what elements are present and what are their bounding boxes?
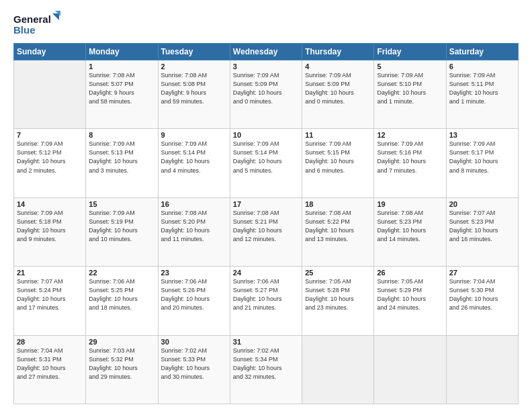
day-info: Sunrise: 7:08 AM Sunset: 5:08 PM Dayligh… — [161, 71, 227, 106]
day-number: 17 — [233, 200, 299, 208]
day-info: Sunrise: 7:05 AM Sunset: 5:28 PM Dayligh… — [305, 277, 371, 312]
header-wednesday: Wednesday — [230, 44, 302, 60]
calendar-cell: 16Sunrise: 7:08 AM Sunset: 5:20 PM Dayli… — [158, 197, 230, 266]
calendar-cell: 14Sunrise: 7:09 AM Sunset: 5:18 PM Dayli… — [14, 197, 86, 266]
calendar-cell: 20Sunrise: 7:07 AM Sunset: 5:23 PM Dayli… — [446, 197, 518, 266]
calendar-cell — [374, 335, 446, 404]
day-number: 10 — [233, 131, 299, 139]
header-saturday: Saturday — [446, 44, 518, 60]
day-number: 28 — [17, 338, 83, 346]
day-number: 5 — [377, 62, 443, 71]
header-tuesday: Tuesday — [158, 44, 230, 60]
calendar-cell — [14, 60, 86, 129]
calendar-cell: 13Sunrise: 7:09 AM Sunset: 5:17 PM Dayli… — [446, 129, 518, 197]
calendar-cell: 23Sunrise: 7:06 AM Sunset: 5:26 PM Dayli… — [158, 267, 230, 335]
day-number: 7 — [17, 131, 83, 139]
calendar-cell: 5Sunrise: 7:09 AM Sunset: 5:10 PM Daylig… — [374, 60, 446, 129]
day-info: Sunrise: 7:08 AM Sunset: 5:22 PM Dayligh… — [305, 209, 371, 244]
day-number: 9 — [161, 131, 227, 139]
calendar-cell: 10Sunrise: 7:09 AM Sunset: 5:14 PM Dayli… — [230, 129, 302, 197]
day-info: Sunrise: 7:09 AM Sunset: 5:13 PM Dayligh… — [89, 140, 154, 175]
calendar-cell: 6Sunrise: 7:09 AM Sunset: 5:11 PM Daylig… — [446, 60, 518, 129]
day-info: Sunrise: 7:09 AM Sunset: 5:09 PM Dayligh… — [233, 71, 299, 106]
day-info: Sunrise: 7:06 AM Sunset: 5:26 PM Dayligh… — [161, 277, 227, 312]
day-info: Sunrise: 7:09 AM Sunset: 5:18 PM Dayligh… — [17, 209, 83, 244]
day-number: 14 — [17, 200, 83, 208]
calendar-cell — [446, 335, 518, 404]
calendar-cell: 30Sunrise: 7:02 AM Sunset: 5:33 PM Dayli… — [158, 335, 230, 404]
day-number: 3 — [233, 62, 299, 71]
day-number: 24 — [233, 269, 299, 277]
calendar-cell: 24Sunrise: 7:06 AM Sunset: 5:27 PM Dayli… — [230, 267, 302, 335]
day-info: Sunrise: 7:06 AM Sunset: 5:27 PM Dayligh… — [233, 277, 299, 312]
day-number: 26 — [377, 269, 443, 277]
day-info: Sunrise: 7:09 AM Sunset: 5:14 PM Dayligh… — [161, 140, 227, 175]
svg-text:Blue: Blue — [13, 24, 36, 36]
day-info: Sunrise: 7:07 AM Sunset: 5:24 PM Dayligh… — [17, 277, 83, 312]
day-info: Sunrise: 7:08 AM Sunset: 5:07 PM Dayligh… — [89, 71, 154, 106]
calendar-cell: 15Sunrise: 7:09 AM Sunset: 5:19 PM Dayli… — [86, 197, 158, 266]
day-number: 19 — [377, 200, 443, 208]
day-number: 18 — [305, 200, 371, 208]
calendar-cell: 21Sunrise: 7:07 AM Sunset: 5:24 PM Dayli… — [14, 267, 86, 335]
day-info: Sunrise: 7:09 AM Sunset: 5:10 PM Dayligh… — [377, 71, 443, 106]
day-number: 27 — [449, 269, 515, 277]
day-info: Sunrise: 7:07 AM Sunset: 5:23 PM Dayligh… — [449, 209, 515, 244]
calendar-cell: 29Sunrise: 7:03 AM Sunset: 5:32 PM Dayli… — [86, 335, 158, 404]
header-thursday: Thursday — [302, 44, 374, 60]
calendar-cell: 8Sunrise: 7:09 AM Sunset: 5:13 PM Daylig… — [86, 129, 158, 197]
day-number: 20 — [449, 200, 515, 208]
calendar-cell: 19Sunrise: 7:08 AM Sunset: 5:23 PM Dayli… — [374, 197, 446, 266]
header: General Blue — [13, 11, 519, 38]
day-info: Sunrise: 7:02 AM Sunset: 5:33 PM Dayligh… — [161, 347, 227, 381]
day-info: Sunrise: 7:09 AM Sunset: 5:16 PM Dayligh… — [377, 140, 443, 175]
calendar-header-row: SundayMondayTuesdayWednesdayThursdayFrid… — [14, 44, 519, 60]
logo-svg: General Blue — [13, 11, 60, 38]
calendar-cell: 9Sunrise: 7:09 AM Sunset: 5:14 PM Daylig… — [158, 129, 230, 197]
week-row-3: 14Sunrise: 7:09 AM Sunset: 5:18 PM Dayli… — [14, 197, 519, 266]
day-info: Sunrise: 7:04 AM Sunset: 5:30 PM Dayligh… — [449, 277, 515, 312]
header-friday: Friday — [374, 44, 446, 60]
day-number: 1 — [89, 62, 154, 71]
day-number: 22 — [89, 269, 154, 277]
week-row-4: 21Sunrise: 7:07 AM Sunset: 5:24 PM Dayli… — [14, 267, 519, 335]
calendar-cell — [302, 335, 374, 404]
header-monday: Monday — [86, 44, 158, 60]
calendar-cell: 7Sunrise: 7:09 AM Sunset: 5:12 PM Daylig… — [14, 129, 86, 197]
day-number: 11 — [305, 131, 371, 139]
day-number: 23 — [161, 269, 227, 277]
day-number: 21 — [17, 269, 83, 277]
calendar-cell: 4Sunrise: 7:09 AM Sunset: 5:09 PM Daylig… — [302, 60, 374, 129]
calendar-cell: 17Sunrise: 7:08 AM Sunset: 5:21 PM Dayli… — [230, 197, 302, 266]
day-info: Sunrise: 7:09 AM Sunset: 5:14 PM Dayligh… — [233, 140, 299, 175]
day-info: Sunrise: 7:09 AM Sunset: 5:09 PM Dayligh… — [305, 71, 371, 106]
calendar-cell: 1Sunrise: 7:08 AM Sunset: 5:07 PM Daylig… — [86, 60, 158, 129]
day-info: Sunrise: 7:08 AM Sunset: 5:23 PM Dayligh… — [377, 209, 443, 244]
day-info: Sunrise: 7:09 AM Sunset: 5:12 PM Dayligh… — [17, 140, 83, 175]
calendar-cell: 12Sunrise: 7:09 AM Sunset: 5:16 PM Dayli… — [374, 129, 446, 197]
day-info: Sunrise: 7:04 AM Sunset: 5:31 PM Dayligh… — [17, 347, 83, 381]
calendar-cell: 31Sunrise: 7:02 AM Sunset: 5:34 PM Dayli… — [230, 335, 302, 404]
day-info: Sunrise: 7:09 AM Sunset: 5:15 PM Dayligh… — [305, 140, 371, 175]
day-info: Sunrise: 7:09 AM Sunset: 5:11 PM Dayligh… — [449, 71, 515, 106]
calendar-cell: 25Sunrise: 7:05 AM Sunset: 5:28 PM Dayli… — [302, 267, 374, 335]
svg-marker-2 — [52, 13, 59, 20]
day-number: 31 — [233, 338, 299, 346]
day-info: Sunrise: 7:08 AM Sunset: 5:20 PM Dayligh… — [161, 209, 227, 244]
calendar-cell: 26Sunrise: 7:05 AM Sunset: 5:29 PM Dayli… — [374, 267, 446, 335]
week-row-1: 1Sunrise: 7:08 AM Sunset: 5:07 PM Daylig… — [14, 60, 519, 129]
day-number: 25 — [305, 269, 371, 277]
day-number: 12 — [377, 131, 443, 139]
day-number: 16 — [161, 200, 227, 208]
calendar-cell: 18Sunrise: 7:08 AM Sunset: 5:22 PM Dayli… — [302, 197, 374, 266]
page: General Blue SundayMondayTuesdayWednesda… — [0, 0, 532, 411]
day-info: Sunrise: 7:03 AM Sunset: 5:32 PM Dayligh… — [89, 347, 154, 381]
logo: General Blue — [13, 11, 60, 38]
calendar-cell: 3Sunrise: 7:09 AM Sunset: 5:09 PM Daylig… — [230, 60, 302, 129]
week-row-5: 28Sunrise: 7:04 AM Sunset: 5:31 PM Dayli… — [14, 335, 519, 404]
calendar-table: SundayMondayTuesdayWednesdayThursdayFrid… — [13, 43, 519, 404]
calendar-cell: 28Sunrise: 7:04 AM Sunset: 5:31 PM Dayli… — [14, 335, 86, 404]
day-number: 29 — [89, 338, 154, 346]
calendar-cell: 2Sunrise: 7:08 AM Sunset: 5:08 PM Daylig… — [158, 60, 230, 129]
svg-text:General: General — [13, 13, 51, 25]
